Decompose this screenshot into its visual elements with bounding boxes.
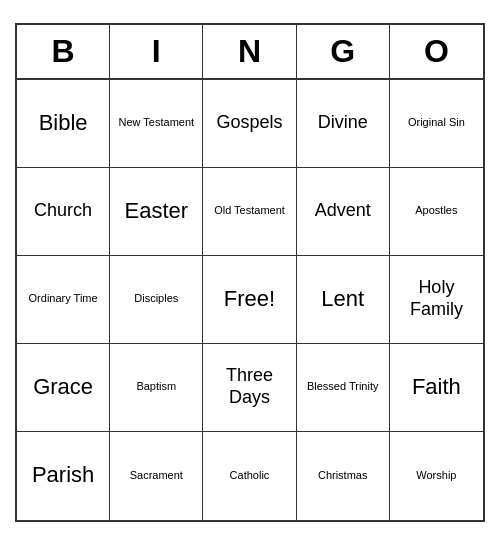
bingo-cell: Church <box>17 168 110 256</box>
header-letter: I <box>110 25 203 78</box>
bingo-cell: Old Testament <box>203 168 296 256</box>
bingo-cell: Holy Family <box>390 256 483 344</box>
bingo-cell: Easter <box>110 168 203 256</box>
header-letter: O <box>390 25 483 78</box>
bingo-cell: Christmas <box>297 432 390 520</box>
cell-text: New Testament <box>118 116 194 129</box>
bingo-cell: Ordinary Time <box>17 256 110 344</box>
cell-text: Advent <box>315 200 371 222</box>
cell-text: Disciples <box>134 292 178 305</box>
header-letter: G <box>297 25 390 78</box>
cell-text: Free! <box>224 286 275 312</box>
cell-text: Apostles <box>415 204 457 217</box>
cell-text: Original Sin <box>408 116 465 129</box>
bingo-cell: New Testament <box>110 80 203 168</box>
bingo-cell: Apostles <box>390 168 483 256</box>
cell-text: Bible <box>39 110 88 136</box>
bingo-cell: Parish <box>17 432 110 520</box>
bingo-cell: Free! <box>203 256 296 344</box>
cell-text: Easter <box>124 198 188 224</box>
bingo-card: BINGO BibleNew TestamentGospelsDivineOri… <box>15 23 485 522</box>
cell-text: Divine <box>318 112 368 134</box>
bingo-cell: Disciples <box>110 256 203 344</box>
bingo-cell: Blessed Trinity <box>297 344 390 432</box>
bingo-cell: Sacrament <box>110 432 203 520</box>
cell-text: Baptism <box>136 380 176 393</box>
cell-text: Catholic <box>230 469 270 482</box>
cell-text: Holy Family <box>394 277 479 320</box>
bingo-cell: Catholic <box>203 432 296 520</box>
cell-text: Gospels <box>216 112 282 134</box>
bingo-header: BINGO <box>17 25 483 80</box>
cell-text: Parish <box>32 462 94 488</box>
bingo-cell: Gospels <box>203 80 296 168</box>
bingo-cell: Worship <box>390 432 483 520</box>
cell-text: Worship <box>416 469 456 482</box>
bingo-cell: Faith <box>390 344 483 432</box>
cell-text: Lent <box>321 286 364 312</box>
cell-text: Old Testament <box>214 204 285 217</box>
cell-text: Faith <box>412 374 461 400</box>
cell-text: Grace <box>33 374 93 400</box>
cell-text: Ordinary Time <box>29 292 98 305</box>
bingo-cell: Grace <box>17 344 110 432</box>
cell-text: Three Days <box>207 365 291 408</box>
header-letter: B <box>17 25 110 78</box>
bingo-cell: Bible <box>17 80 110 168</box>
bingo-cell: Lent <box>297 256 390 344</box>
bingo-cell: Three Days <box>203 344 296 432</box>
cell-text: Sacrament <box>130 469 183 482</box>
cell-text: Christmas <box>318 469 368 482</box>
cell-text: Church <box>34 200 92 222</box>
bingo-cell: Original Sin <box>390 80 483 168</box>
bingo-cell: Advent <box>297 168 390 256</box>
bingo-cell: Divine <box>297 80 390 168</box>
header-letter: N <box>203 25 296 78</box>
bingo-grid: BibleNew TestamentGospelsDivineOriginal … <box>17 80 483 520</box>
bingo-cell: Baptism <box>110 344 203 432</box>
cell-text: Blessed Trinity <box>307 380 379 393</box>
